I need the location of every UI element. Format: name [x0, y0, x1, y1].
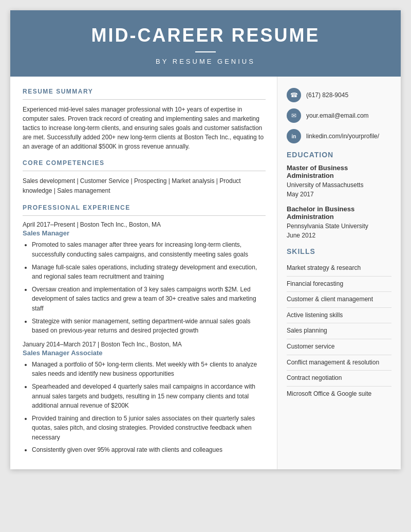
skill-7: Conflict management & resolution — [287, 355, 391, 371]
degree-2-detail: Pennsylvania State University June 2012 — [287, 222, 391, 240]
degree-1-detail: University of Massachusetts May 2017 — [287, 180, 391, 199]
experience-section-title: PROFESSIONAL EXPERIENCE — [23, 204, 266, 211]
resume-title: MID-CAREER RESUME — [21, 25, 390, 46]
skill-6: Customer service — [287, 339, 391, 355]
resume-document: MID-CAREER RESUME BY RESUME GENIUS RESUM… — [10, 10, 401, 469]
email-text: your.email@email.com — [306, 112, 369, 119]
header-divider — [195, 51, 216, 52]
email-contact: ✉ your.email@email.com — [287, 108, 391, 123]
degree-1-title: Master of Business Administration — [287, 164, 391, 179]
linkedin-icon: in — [287, 129, 301, 143]
job-2-date: January 2014–March 2017 | Boston Tech In… — [23, 341, 266, 348]
skill-5: Sales planning — [287, 323, 391, 339]
left-column: RESUME SUMMARY Experienced mid-level sal… — [10, 77, 277, 469]
summary-text: Experienced mid-level sales manager prof… — [23, 105, 266, 151]
skill-4: Active listening skills — [287, 308, 391, 324]
competencies-text: Sales development | Customer Service | P… — [23, 176, 266, 196]
job-1-title: Sales Manager — [23, 229, 266, 237]
skill-2: Financial forecasting — [287, 277, 391, 292]
resume-body: RESUME SUMMARY Experienced mid-level sal… — [10, 77, 401, 469]
job-2-bullet-4: Consistently given over 95% approval rat… — [32, 445, 266, 455]
job-1-bullet-4: Strategize with senior management, setti… — [32, 317, 266, 336]
job-1-date: April 2017–Present | Boston Tech Inc., B… — [23, 221, 266, 228]
job-1-bullet-1: Promoted to sales manager after three ye… — [32, 240, 266, 259]
skill-9: Microsoft Office & Google suite — [287, 387, 391, 402]
degree-1-school: University of Massachusetts — [287, 181, 363, 189]
job-1-bullet-2: Manage full-scale sales operations, incl… — [32, 263, 266, 282]
linkedin-text: linkedin.com/in/yourprofile/ — [306, 133, 379, 140]
job-2-bullet-1: Managed a portfolio of 50+ long-term cli… — [32, 360, 266, 379]
phone-icon: ☎ — [287, 88, 301, 102]
skill-1: Market strategy & research — [287, 261, 391, 277]
resume-subtitle: BY RESUME GENIUS — [21, 58, 390, 65]
right-column: ☎ (617) 828-9045 ✉ your.email@email.com … — [277, 77, 401, 469]
job-2-bullet-2: Spearheaded and developed 4 quarterly sa… — [32, 382, 266, 411]
competencies-section-title: CORE COMPETENCIES — [23, 159, 266, 167]
email-icon: ✉ — [287, 108, 301, 123]
degree-1-date: May 2017 — [287, 191, 314, 198]
phone-contact: ☎ (617) 828-9045 — [287, 88, 391, 102]
summary-divider — [23, 99, 266, 100]
job-1: April 2017–Present | Boston Tech Inc., B… — [23, 221, 266, 335]
job-2-bullet-3: Provided training and direction to 5 jun… — [32, 414, 266, 443]
summary-section-title: RESUME SUMMARY — [23, 88, 266, 95]
experience-divider — [23, 215, 266, 216]
job-1-bullet-3: Oversaw creation and implementation of 3… — [32, 285, 266, 314]
contact-section: ☎ (617) 828-9045 ✉ your.email@email.com … — [287, 88, 391, 143]
degree-2-date: June 2012 — [287, 232, 315, 239]
education-section-title: EDUCATION — [287, 151, 391, 159]
degree-2-school: Pennsylvania State University — [287, 223, 368, 230]
linkedin-contact: in linkedin.com/in/yourprofile/ — [287, 129, 391, 143]
skills-section-title: SKILLS — [287, 247, 391, 255]
job-1-bullets: Promoted to sales manager after three ye… — [23, 240, 266, 335]
education-degree-2: Bachelor in Business Administration Penn… — [287, 205, 391, 240]
skill-3: Customer & client management — [287, 292, 391, 308]
job-2: January 2014–March 2017 | Boston Tech In… — [23, 341, 266, 455]
job-2-title: Sales Manager Associate — [23, 349, 266, 357]
resume-header: MID-CAREER RESUME BY RESUME GENIUS — [10, 10, 401, 77]
job-2-bullets: Managed a portfolio of 50+ long-term cli… — [23, 360, 266, 455]
degree-2-title: Bachelor in Business Administration — [287, 205, 391, 221]
skill-8: Contract negotiation — [287, 371, 391, 387]
education-degree-1: Master of Business Administration Univer… — [287, 164, 391, 199]
phone-text: (617) 828-9045 — [306, 91, 348, 99]
skills-list: Market strategy & research Financial for… — [287, 261, 391, 401]
competencies-divider — [23, 171, 266, 171]
